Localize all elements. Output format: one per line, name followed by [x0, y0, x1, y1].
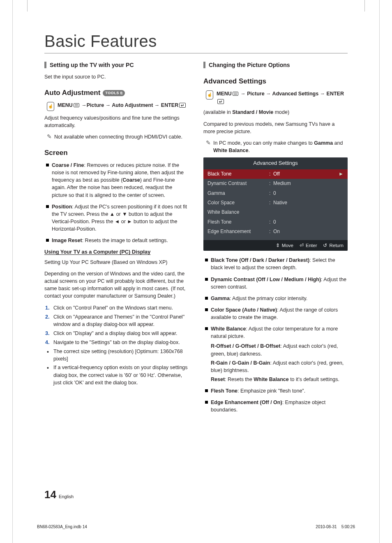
subsection-heading: Auto Adjustment TOOLS ⎘ — [44, 88, 189, 98]
paragraph: (available in Standard / Movie mode) — [203, 109, 348, 116]
section-bar-icon — [203, 62, 205, 68]
note-text: In PC mode, you can only make changes to… — [213, 139, 348, 154]
screen-items: Coarse / Fine: Removes or reduces pictur… — [44, 162, 189, 244]
menu-path: ☝ MENU →Picture → Auto Adjustment → ENTE… — [47, 102, 189, 111]
move-updown-icon: ⇕ — [275, 243, 280, 248]
list-item: Image Reset: Resets the image to default… — [44, 237, 189, 244]
list-item: Flesh Tone: Emphasize pink "flesh tone". — [203, 387, 348, 395]
section-title: Changing the Picture Options — [209, 61, 290, 69]
list-item: If a vertical-frequency option exists on… — [44, 364, 189, 386]
menu-path: ☝ MENU → Picture → Advanced Settings → E… — [206, 90, 348, 106]
paragraph: Compared to previous models, new Samsung… — [203, 120, 348, 135]
sub-label: R-Gain / G-Gain / B-Gain — [211, 360, 270, 366]
enter-glyph-icon — [179, 103, 186, 108]
menu-glyph-icon — [233, 92, 238, 96]
section-header: Changing the Picture Options — [203, 61, 348, 69]
list-item: Click on "Control Panel" on the Windows … — [44, 304, 189, 312]
list-item: Coarse / Fine: Removes or reduces pictur… — [44, 162, 189, 199]
heading-text: Auto Adjustment — [44, 88, 100, 98]
list-item: Edge Enhancement (Off / On): Emphasize o… — [203, 399, 348, 414]
page-content: Basic Features Setting up the TV with yo… — [44, 32, 348, 511]
sub-body-post: to it's default settings. — [289, 377, 339, 382]
page-footer: 14 English — [44, 488, 74, 501]
osd-row-label: Flesh Tone — [208, 219, 269, 226]
list-item: Position: Adjust the PC's screen positio… — [44, 203, 189, 233]
item-label: Gamma — [211, 296, 230, 301]
osd-panel: Advanced Settings Black Tone : Off ► Dyn… — [203, 157, 348, 251]
tools-shortcut-icon: ⎘ — [120, 91, 123, 96]
osd-row[interactable]: Flesh Tone:0 — [203, 217, 348, 227]
avail-suffix: mode) — [273, 109, 289, 115]
osd-hint-return: ↺Return — [323, 242, 344, 249]
left-column: Setting up the TV with your PC Set the i… — [44, 59, 189, 418]
menu-path-text: MENU → Picture → Advanced Settings → ENT… — [217, 90, 348, 106]
enter-icon: ⏎ — [299, 243, 304, 248]
osd-row-label: Dynamic Contrast — [208, 180, 269, 187]
return-icon: ↺ — [323, 243, 327, 248]
sub-item: R-Gain / G-Gain / B-Gain: Adjust each co… — [211, 359, 348, 374]
osd-row[interactable]: Gamma:0 — [203, 189, 348, 198]
item-body: : Adjust the primary color intensity. — [230, 296, 307, 301]
item-label: Edge Enhancement (Off / On) — [211, 400, 282, 405]
item-label: Coarse / Fine — [52, 162, 84, 168]
osd-row[interactable]: White Balance — [203, 208, 348, 217]
remote-icon: ☝ — [206, 90, 213, 99]
item-label: Position — [52, 204, 72, 210]
page-number: 14 — [44, 488, 56, 501]
avail-prefix: (available in — [203, 109, 232, 115]
remote-icon: ☝ — [47, 102, 54, 111]
item-label: Dynamic Contrast (Off / Low / Medium / H… — [211, 277, 321, 282]
note-hand-icon: ✎ — [47, 134, 52, 141]
osd-row[interactable]: Dynamic Contrast:Medium — [203, 179, 348, 188]
chevron-right-icon: ► — [339, 171, 344, 178]
heading-text: Advanced Settings — [203, 76, 266, 87]
item-body: : Resets the image to default settings. — [82, 238, 168, 243]
item-label: Black Tone (Off / Dark / Darker / Darkes… — [211, 257, 309, 263]
item-label: White Balance — [211, 326, 246, 332]
paragraph: Adjust frequency values/positions and fi… — [44, 114, 189, 129]
item-body: : Emphasize pink "flesh tone". — [238, 388, 305, 394]
printmark-left: BN68-02583A_Eng.indb 14 — [37, 525, 87, 529]
osd-row-value: Off — [273, 171, 339, 178]
enter-glyph-icon — [217, 99, 224, 104]
subsection-heading: Screen — [44, 148, 189, 158]
note-hand-icon: ✎ — [206, 140, 211, 154]
osd-row-selected[interactable]: Black Tone : Off ► — [203, 169, 348, 179]
note-post: . — [248, 148, 249, 153]
osd-title: Advanced Settings — [203, 157, 348, 169]
section-header: Setting up the TV with your PC — [44, 61, 189, 69]
osd-row-label: Black Tone — [208, 171, 269, 178]
osd-row-value: Medium — [273, 180, 344, 187]
list-item: Color Space (Auto / Native): Adjust the … — [203, 306, 348, 321]
page-title: Basic Features — [44, 32, 348, 53]
list-item: Gamma: Adjust the primary color intensit… — [203, 295, 348, 302]
list-item: White Balance: Adjust the color temperat… — [203, 325, 348, 383]
osd-row[interactable]: Edge Enhancement:On — [203, 227, 348, 236]
paragraph: Setting Up Your PC Software (Based on Wi… — [44, 259, 189, 266]
sub-body: : Resets the — [225, 377, 254, 382]
crop-mark — [27, 0, 28, 12]
sub-item: Reset: Resets the White Balance to it's … — [211, 376, 348, 383]
item-label: Flesh Tone — [211, 388, 238, 394]
crop-mark — [364, 0, 365, 12]
osd-hint-enter: ⏎Enter — [299, 242, 317, 249]
sub-item: R-Offset / G-Offset / B-Offset: Adjust e… — [211, 342, 348, 357]
printmark-right: 2010-08-31 5:00:26 — [316, 525, 355, 529]
osd-row-value: Native — [273, 199, 344, 206]
note: ✎ Not available when connecting through … — [47, 133, 189, 141]
sub-label-mid: White Balance — [254, 377, 288, 382]
avail-modes: Standard / Movie — [232, 109, 273, 115]
menu-glyph-icon — [74, 103, 79, 107]
osd-row-label: Edge Enhancement — [208, 228, 269, 235]
note-mid: and — [333, 140, 343, 146]
list-item: Click on "Appearance and Themes" in the … — [44, 313, 189, 328]
list-item: The correct size setting (resolution) [O… — [44, 348, 189, 363]
menu-path-text: MENU →Picture → Auto Adjustment → ENTER — [58, 102, 186, 109]
osd-row-value: On — [273, 228, 344, 235]
note: ✎ In PC mode, you can only make changes … — [206, 139, 348, 154]
item-label: Color Space (Auto / Native) — [211, 307, 277, 313]
list-item: Black Tone (Off / Dark / Darker / Darkes… — [203, 256, 348, 271]
osd-colon: : — [269, 171, 273, 178]
osd-row[interactable]: Color Space:Native — [203, 198, 348, 208]
sub-label: Reset — [211, 377, 225, 382]
